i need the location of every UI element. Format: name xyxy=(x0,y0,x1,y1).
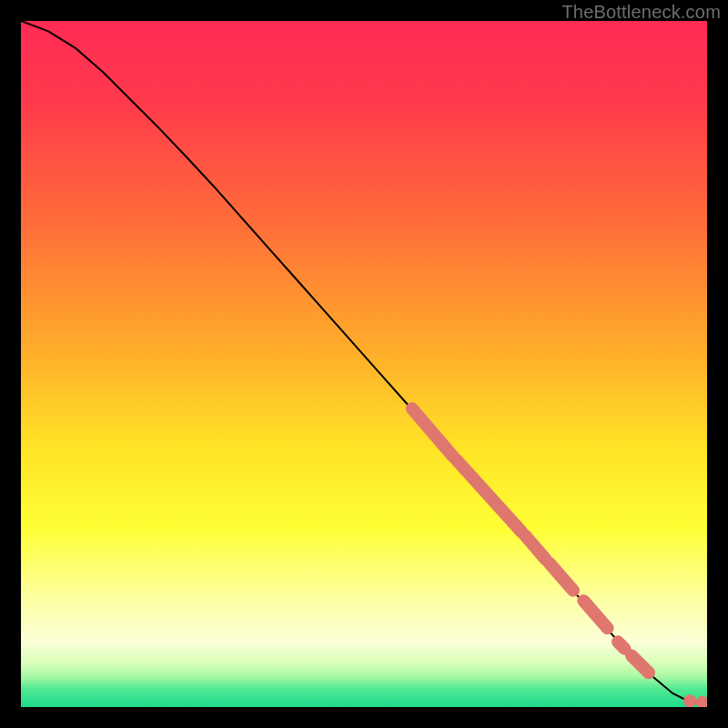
bottleneck-chart xyxy=(21,21,707,707)
gradient-background xyxy=(21,21,707,707)
chart-stage: TheBottleneck.com xyxy=(0,0,728,728)
highlight-segment xyxy=(618,642,625,649)
attribution-label: TheBottleneck.com xyxy=(561,2,721,23)
highlight-point xyxy=(683,694,696,707)
